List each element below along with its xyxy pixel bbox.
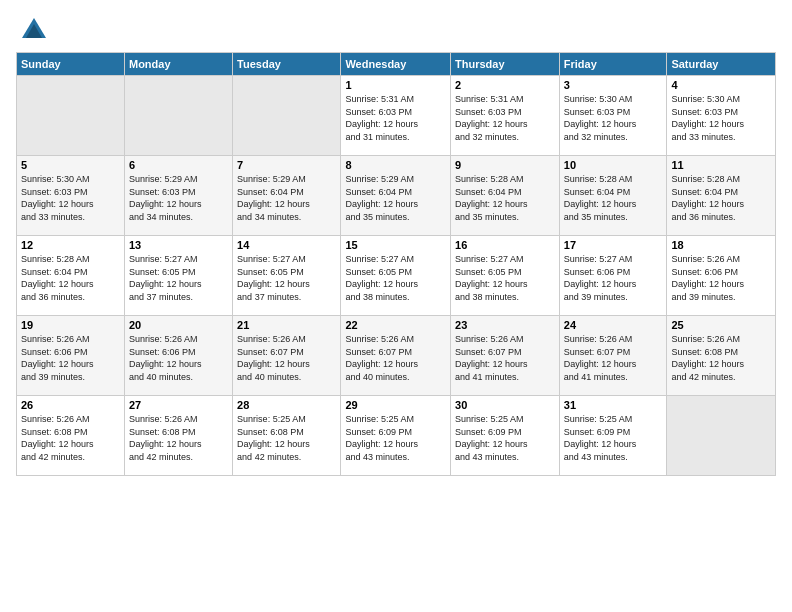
calendar-week-1: 1Sunrise: 5:31 AM Sunset: 6:03 PM Daylig… bbox=[17, 76, 776, 156]
calendar-cell: 1Sunrise: 5:31 AM Sunset: 6:03 PM Daylig… bbox=[341, 76, 451, 156]
day-number: 31 bbox=[564, 399, 663, 411]
day-number: 8 bbox=[345, 159, 446, 171]
calendar-cell: 27Sunrise: 5:26 AM Sunset: 6:08 PM Dayli… bbox=[124, 396, 232, 476]
calendar-week-3: 12Sunrise: 5:28 AM Sunset: 6:04 PM Dayli… bbox=[17, 236, 776, 316]
day-info: Sunrise: 5:30 AM Sunset: 6:03 PM Dayligh… bbox=[671, 93, 771, 143]
day-number: 20 bbox=[129, 319, 228, 331]
calendar-cell: 31Sunrise: 5:25 AM Sunset: 6:09 PM Dayli… bbox=[559, 396, 667, 476]
day-number: 6 bbox=[129, 159, 228, 171]
calendar-cell: 2Sunrise: 5:31 AM Sunset: 6:03 PM Daylig… bbox=[451, 76, 560, 156]
calendar-cell: 17Sunrise: 5:27 AM Sunset: 6:06 PM Dayli… bbox=[559, 236, 667, 316]
day-header-friday: Friday bbox=[559, 53, 667, 76]
calendar-cell: 30Sunrise: 5:25 AM Sunset: 6:09 PM Dayli… bbox=[451, 396, 560, 476]
calendar-cell: 12Sunrise: 5:28 AM Sunset: 6:04 PM Dayli… bbox=[17, 236, 125, 316]
day-number: 27 bbox=[129, 399, 228, 411]
calendar-cell bbox=[667, 396, 776, 476]
day-info: Sunrise: 5:26 AM Sunset: 6:08 PM Dayligh… bbox=[129, 413, 228, 463]
day-info: Sunrise: 5:26 AM Sunset: 6:08 PM Dayligh… bbox=[671, 333, 771, 383]
day-header-wednesday: Wednesday bbox=[341, 53, 451, 76]
calendar-cell: 6Sunrise: 5:29 AM Sunset: 6:03 PM Daylig… bbox=[124, 156, 232, 236]
day-info: Sunrise: 5:28 AM Sunset: 6:04 PM Dayligh… bbox=[21, 253, 120, 303]
calendar-table: SundayMondayTuesdayWednesdayThursdayFrid… bbox=[16, 52, 776, 476]
calendar-cell: 19Sunrise: 5:26 AM Sunset: 6:06 PM Dayli… bbox=[17, 316, 125, 396]
calendar-cell: 7Sunrise: 5:29 AM Sunset: 6:04 PM Daylig… bbox=[233, 156, 341, 236]
calendar-cell: 22Sunrise: 5:26 AM Sunset: 6:07 PM Dayli… bbox=[341, 316, 451, 396]
day-header-thursday: Thursday bbox=[451, 53, 560, 76]
day-info: Sunrise: 5:28 AM Sunset: 6:04 PM Dayligh… bbox=[564, 173, 663, 223]
day-number: 30 bbox=[455, 399, 555, 411]
day-number: 2 bbox=[455, 79, 555, 91]
calendar-cell: 16Sunrise: 5:27 AM Sunset: 6:05 PM Dayli… bbox=[451, 236, 560, 316]
page-header bbox=[16, 16, 776, 44]
day-number: 15 bbox=[345, 239, 446, 251]
day-info: Sunrise: 5:25 AM Sunset: 6:09 PM Dayligh… bbox=[564, 413, 663, 463]
day-info: Sunrise: 5:29 AM Sunset: 6:03 PM Dayligh… bbox=[129, 173, 228, 223]
day-number: 28 bbox=[237, 399, 336, 411]
calendar-cell: 3Sunrise: 5:30 AM Sunset: 6:03 PM Daylig… bbox=[559, 76, 667, 156]
logo bbox=[16, 16, 48, 44]
day-header-tuesday: Tuesday bbox=[233, 53, 341, 76]
day-number: 7 bbox=[237, 159, 336, 171]
day-info: Sunrise: 5:26 AM Sunset: 6:07 PM Dayligh… bbox=[237, 333, 336, 383]
calendar-cell: 11Sunrise: 5:28 AM Sunset: 6:04 PM Dayli… bbox=[667, 156, 776, 236]
day-info: Sunrise: 5:28 AM Sunset: 6:04 PM Dayligh… bbox=[671, 173, 771, 223]
calendar-week-4: 19Sunrise: 5:26 AM Sunset: 6:06 PM Dayli… bbox=[17, 316, 776, 396]
day-number: 11 bbox=[671, 159, 771, 171]
day-info: Sunrise: 5:29 AM Sunset: 6:04 PM Dayligh… bbox=[237, 173, 336, 223]
calendar-cell: 23Sunrise: 5:26 AM Sunset: 6:07 PM Dayli… bbox=[451, 316, 560, 396]
calendar-cell: 4Sunrise: 5:30 AM Sunset: 6:03 PM Daylig… bbox=[667, 76, 776, 156]
day-number: 21 bbox=[237, 319, 336, 331]
day-info: Sunrise: 5:25 AM Sunset: 6:09 PM Dayligh… bbox=[345, 413, 446, 463]
calendar-cell: 8Sunrise: 5:29 AM Sunset: 6:04 PM Daylig… bbox=[341, 156, 451, 236]
day-info: Sunrise: 5:27 AM Sunset: 6:05 PM Dayligh… bbox=[237, 253, 336, 303]
calendar-cell: 15Sunrise: 5:27 AM Sunset: 6:05 PM Dayli… bbox=[341, 236, 451, 316]
calendar-cell bbox=[233, 76, 341, 156]
day-number: 9 bbox=[455, 159, 555, 171]
day-info: Sunrise: 5:26 AM Sunset: 6:06 PM Dayligh… bbox=[21, 333, 120, 383]
day-info: Sunrise: 5:30 AM Sunset: 6:03 PM Dayligh… bbox=[564, 93, 663, 143]
day-info: Sunrise: 5:27 AM Sunset: 6:06 PM Dayligh… bbox=[564, 253, 663, 303]
day-header-saturday: Saturday bbox=[667, 53, 776, 76]
calendar-week-2: 5Sunrise: 5:30 AM Sunset: 6:03 PM Daylig… bbox=[17, 156, 776, 236]
day-number: 1 bbox=[345, 79, 446, 91]
day-info: Sunrise: 5:27 AM Sunset: 6:05 PM Dayligh… bbox=[455, 253, 555, 303]
day-info: Sunrise: 5:25 AM Sunset: 6:08 PM Dayligh… bbox=[237, 413, 336, 463]
day-info: Sunrise: 5:25 AM Sunset: 6:09 PM Dayligh… bbox=[455, 413, 555, 463]
calendar-cell: 26Sunrise: 5:26 AM Sunset: 6:08 PM Dayli… bbox=[17, 396, 125, 476]
day-info: Sunrise: 5:30 AM Sunset: 6:03 PM Dayligh… bbox=[21, 173, 120, 223]
calendar-cell: 29Sunrise: 5:25 AM Sunset: 6:09 PM Dayli… bbox=[341, 396, 451, 476]
day-info: Sunrise: 5:31 AM Sunset: 6:03 PM Dayligh… bbox=[345, 93, 446, 143]
day-info: Sunrise: 5:27 AM Sunset: 6:05 PM Dayligh… bbox=[129, 253, 228, 303]
days-header-row: SundayMondayTuesdayWednesdayThursdayFrid… bbox=[17, 53, 776, 76]
calendar-cell: 9Sunrise: 5:28 AM Sunset: 6:04 PM Daylig… bbox=[451, 156, 560, 236]
day-info: Sunrise: 5:26 AM Sunset: 6:06 PM Dayligh… bbox=[129, 333, 228, 383]
calendar-cell: 28Sunrise: 5:25 AM Sunset: 6:08 PM Dayli… bbox=[233, 396, 341, 476]
day-info: Sunrise: 5:26 AM Sunset: 6:07 PM Dayligh… bbox=[345, 333, 446, 383]
day-number: 16 bbox=[455, 239, 555, 251]
day-info: Sunrise: 5:26 AM Sunset: 6:07 PM Dayligh… bbox=[564, 333, 663, 383]
calendar-cell: 20Sunrise: 5:26 AM Sunset: 6:06 PM Dayli… bbox=[124, 316, 232, 396]
day-number: 13 bbox=[129, 239, 228, 251]
day-info: Sunrise: 5:27 AM Sunset: 6:05 PM Dayligh… bbox=[345, 253, 446, 303]
day-number: 10 bbox=[564, 159, 663, 171]
calendar-cell bbox=[17, 76, 125, 156]
day-number: 19 bbox=[21, 319, 120, 331]
day-info: Sunrise: 5:26 AM Sunset: 6:07 PM Dayligh… bbox=[455, 333, 555, 383]
day-number: 12 bbox=[21, 239, 120, 251]
logo-icon bbox=[20, 16, 48, 44]
calendar-cell: 25Sunrise: 5:26 AM Sunset: 6:08 PM Dayli… bbox=[667, 316, 776, 396]
calendar-cell: 13Sunrise: 5:27 AM Sunset: 6:05 PM Dayli… bbox=[124, 236, 232, 316]
calendar-cell: 10Sunrise: 5:28 AM Sunset: 6:04 PM Dayli… bbox=[559, 156, 667, 236]
day-number: 22 bbox=[345, 319, 446, 331]
day-number: 23 bbox=[455, 319, 555, 331]
day-number: 14 bbox=[237, 239, 336, 251]
calendar-cell: 21Sunrise: 5:26 AM Sunset: 6:07 PM Dayli… bbox=[233, 316, 341, 396]
day-number: 26 bbox=[21, 399, 120, 411]
calendar-week-5: 26Sunrise: 5:26 AM Sunset: 6:08 PM Dayli… bbox=[17, 396, 776, 476]
calendar-cell: 5Sunrise: 5:30 AM Sunset: 6:03 PM Daylig… bbox=[17, 156, 125, 236]
day-number: 24 bbox=[564, 319, 663, 331]
day-info: Sunrise: 5:29 AM Sunset: 6:04 PM Dayligh… bbox=[345, 173, 446, 223]
calendar-cell: 24Sunrise: 5:26 AM Sunset: 6:07 PM Dayli… bbox=[559, 316, 667, 396]
day-number: 18 bbox=[671, 239, 771, 251]
day-info: Sunrise: 5:31 AM Sunset: 6:03 PM Dayligh… bbox=[455, 93, 555, 143]
